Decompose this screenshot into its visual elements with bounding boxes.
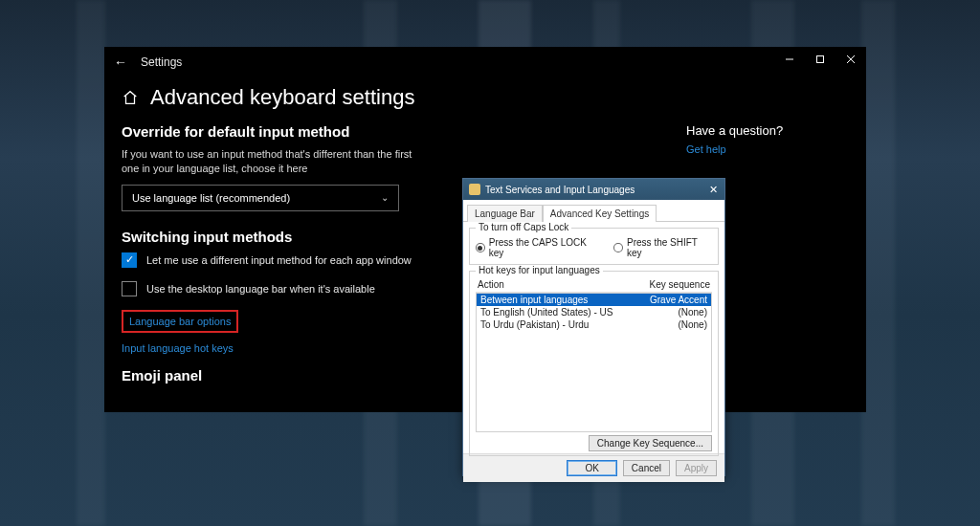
checkbox-label: Let me use a different input method for … — [146, 254, 412, 266]
hotkeys-group: Hot keys for input languages Action Key … — [469, 271, 719, 456]
group-legend: To turn off Caps Lock — [476, 222, 571, 232]
radio-label: Press the CAPS LOCK key — [489, 237, 601, 258]
capslock-group: To turn off Caps Lock Press the CAPS LOC… — [469, 228, 719, 265]
text-services-dialog: Text Services and Input Languages ✕ Lang… — [462, 178, 725, 476]
page-header: Advanced keyboard settings — [104, 72, 866, 120]
window-title: Settings — [141, 55, 182, 69]
radio-icon — [476, 243, 485, 252]
change-key-sequence-button[interactable]: Change Key Sequence... — [589, 435, 712, 451]
home-icon[interactable] — [122, 89, 139, 106]
override-heading: Override for default input method — [122, 123, 533, 140]
dialog-body: To turn off Caps Lock Press the CAPS LOC… — [463, 222, 724, 453]
radio-icon — [613, 243, 623, 252]
back-icon[interactable]: ← — [114, 55, 127, 70]
minimize-button[interactable] — [774, 47, 805, 72]
dialog-close-button[interactable]: ✕ — [705, 183, 721, 196]
get-help-link[interactable]: Get help — [686, 143, 783, 155]
list-item[interactable]: Between input languages Grave Accent — [477, 294, 711, 306]
tab-language-bar[interactable]: Language Bar — [467, 205, 543, 222]
radio-capslock-key[interactable]: Press the CAPS LOCK key — [476, 237, 600, 258]
ok-button[interactable]: OK — [567, 460, 616, 476]
chevron-down-icon: ⌄ — [381, 192, 389, 203]
dialog-title: Text Services and Input Languages — [485, 185, 635, 195]
hotkeys-list[interactable]: Between input languages Grave Accent To … — [476, 293, 712, 432]
language-bar-options-link[interactable]: Language bar options — [129, 316, 231, 327]
cell-keyseq: Grave Accent — [650, 295, 707, 305]
checkbox-icon — [122, 281, 137, 296]
highlight-annotation: Language bar options — [122, 310, 238, 333]
apply-button[interactable]: Apply — [676, 460, 717, 476]
maximize-button[interactable] — [805, 47, 835, 72]
input-method-dropdown[interactable]: Use language list (recommended) ⌄ — [122, 185, 399, 211]
checkbox-icon — [122, 252, 137, 268]
override-description: If you want to use an input method that'… — [122, 147, 418, 177]
cell-keyseq: (None) — [678, 307, 707, 318]
list-item[interactable]: To Urdu (Pakistan) - Urdu (None) — [477, 318, 711, 331]
titlebar: ← Settings — [104, 47, 866, 72]
tab-advanced-key-settings[interactable]: Advanced Key Settings — [543, 205, 657, 222]
cell-action: Between input languages — [480, 295, 588, 305]
dialog-tabs: Language Bar Advanced Key Settings — [463, 200, 724, 222]
help-title: Have a question? — [686, 123, 783, 138]
radio-shift-key[interactable]: Press the SHIFT key — [613, 237, 712, 258]
col-keyseq: Key sequence — [650, 279, 710, 290]
list-item[interactable]: To English (United States) - US (None) — [477, 306, 711, 318]
radio-label: Press the SHIFT key — [627, 237, 712, 258]
col-action: Action — [478, 279, 504, 290]
dialog-footer: OK Cancel Apply — [463, 453, 724, 482]
cell-keyseq: (None) — [678, 319, 707, 330]
svg-rect-1 — [817, 56, 824, 63]
window-controls — [774, 47, 866, 72]
cancel-button[interactable]: Cancel — [623, 460, 670, 476]
dialog-titlebar: Text Services and Input Languages ✕ — [463, 179, 724, 200]
page-title: Advanced keyboard settings — [150, 85, 414, 110]
group-legend: Hot keys for input languages — [476, 265, 603, 275]
cell-action: To English (United States) - US — [480, 307, 612, 318]
checkbox-label: Use the desktop language bar when it's a… — [146, 283, 375, 295]
close-button[interactable] — [835, 47, 866, 72]
cell-action: To Urdu (Pakistan) - Urdu — [480, 319, 589, 330]
dropdown-value: Use language list (recommended) — [132, 192, 290, 204]
dialog-icon — [469, 184, 480, 195]
list-header: Action Key sequence — [476, 277, 712, 293]
